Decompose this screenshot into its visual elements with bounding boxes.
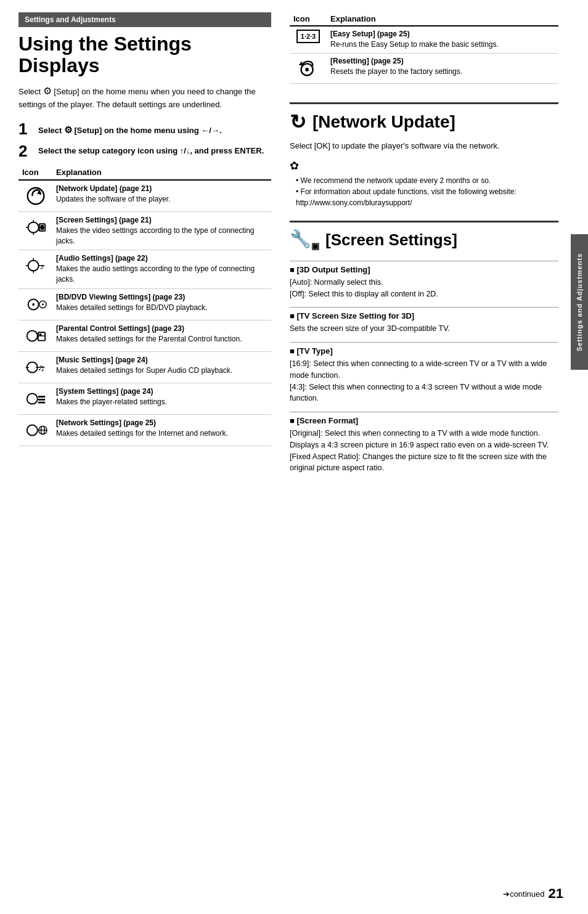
table-text-cell: [Screen Settings] (page 21)Makes the vid… [52,211,271,250]
subsection-body: [Original]: Select this when connecting … [290,428,558,474]
main-title: Using the Settings Displays [18,33,271,76]
small-table: Icon Explanation 1·2·3[Easy Setup] (page… [290,12,558,84]
svg-rect-18 [38,396,44,398]
table-icon-cell [18,180,52,212]
svg-point-26 [305,68,309,71]
table-text-cell: [Music Settings] (page 24)Makes detailed… [52,352,271,383]
small-table-row: 1·2·3[Easy Setup] (page 25)Re-runs the E… [290,26,558,53]
bullet-item: For information about update functions, … [296,186,558,208]
settings-table: Icon Explanation [Network Update] (page … [18,165,271,446]
step-2-text: Select the setup category icon using ↑/↓… [38,143,264,157]
small-table-row: [Resetting] (page 25)Resets the player t… [290,53,558,83]
network-update-body: Select [OK] to update the player's softw… [290,140,558,152]
left-column: Settings and Adjustments Using the Setti… [0,12,284,902]
table-icon-cell [18,320,52,352]
screen-settings-icon: 🔧▣ [290,229,319,251]
table-text-cell: [Network Update] (page 21)Updates the so… [52,180,271,212]
svg-point-21 [27,425,37,436]
step-1-text: Select ⚙ [Setup] on the home menu using … [38,121,222,136]
network-update-bullets: We recommend the network update every 2 … [290,175,558,208]
table-row: [Network Settings] (page 25)Makes detail… [18,415,271,446]
table-icon-cell [18,289,52,320]
screen-subsection: [3D Output Setting][Auto]: Normally sele… [290,261,558,300]
subsection-body: [Auto]: Normally select this.[Off]: Sele… [290,277,558,300]
subsection-body: [16:9]: Select this when connecting to a… [290,358,558,404]
svg-rect-12 [38,332,44,340]
right-column: Icon Explanation 1·2·3[Easy Setup] (page… [284,12,571,902]
svg-rect-19 [38,399,44,401]
subsection-body: Sets the screen size of your 3D-compatib… [290,323,558,335]
network-update-icon: ↻ [290,110,306,134]
small-table-col-explanation: Explanation [327,12,558,26]
screen-subsections: [3D Output Setting][Auto]: Normally sele… [290,261,558,474]
small-table-icon-cell [290,53,327,83]
svg-point-11 [27,331,37,341]
small-table-text-cell: [Resetting] (page 25)Resets the player t… [327,53,558,83]
section-header: Settings and Adjustments [18,12,271,27]
table-icon-cell [18,383,52,415]
table-row: [Parental Control Settings] (page 23)Mak… [18,320,271,352]
screen-subsection: [TV Screen Size Setting for 3D]Sets the … [290,307,558,335]
continued-label: ➔continued [503,889,544,899]
subsection-title: [TV Type] [290,346,558,356]
table-col-explanation: Explanation [52,165,271,180]
svg-text:♪: ♪ [39,262,44,271]
step-1-number: 1 [18,121,33,137]
screen-subsection: [Screen Format][Original]: Select this w… [290,412,558,474]
table-text-cell: [Parental Control Settings] (page 23)Mak… [52,320,271,352]
svg-rect-20 [38,402,44,404]
svg-point-5 [28,261,38,271]
table-row: [System Settings] (page 24)Makes the pla… [18,383,271,415]
step-1: 1 Select ⚙ [Setup] on the home menu usin… [18,121,271,137]
svg-marker-1 [36,190,41,195]
subsection-title: [TV Screen Size Setting for 3D] [290,311,558,320]
subsection-title: [Screen Format] [290,416,558,425]
table-row: ♪[Audio Settings] (page 22)Makes the aud… [18,250,271,289]
svg-rect-4 [40,225,44,230]
side-tab: Settings and Adjustments [571,234,588,370]
page-number: 21 [549,886,563,902]
svg-point-2 [28,222,38,232]
table-text-cell: [BD/DVD Viewing Settings] (page 23)Makes… [52,289,271,320]
table-icon-cell: ♪ [18,250,52,289]
subsection-title: [3D Output Setting] [290,265,558,274]
tip-icon: ✿ [290,159,558,173]
section-header-label: Settings and Adjustments [25,15,116,24]
table-icon-cell [18,415,52,446]
step-2-number: 2 [18,143,33,159]
table-row: [BD/DVD Viewing Settings] (page 23)Makes… [18,289,271,320]
intro-text: Select ⚙ [Setup] on the home menu when y… [18,84,271,111]
table-row: ♫[Music Settings] (page 24)Makes detaile… [18,352,271,383]
side-tab-label: Settings and Adjustments [576,253,583,351]
svg-point-10 [41,304,43,306]
page-footer: ➔continued 21 [503,886,563,902]
table-row: [Screen Settings] (page 21)Makes the vid… [18,211,271,250]
small-table-icon-cell: 1·2·3 [290,26,327,53]
svg-text:♫: ♫ [37,362,44,373]
screen-subsection: [TV Type][16:9]: Select this when connec… [290,342,558,404]
step-2: 2 Select the setup category icon using ↑… [18,143,271,159]
table-text-cell: [Network Settings] (page 25)Makes detail… [52,415,271,446]
screen-settings-heading: [Screen Settings] [325,231,457,250]
network-update-heading: [Network Update] [312,112,455,132]
table-icon-cell: ♫ [18,352,52,383]
svg-point-17 [27,394,37,404]
table-text-cell: [System Settings] (page 24)Makes the pla… [52,383,271,415]
table-col-icon: Icon [18,165,52,180]
small-table-col-icon: Icon [290,12,327,26]
svg-point-8 [32,303,35,306]
table-row: [Network Update] (page 21)Updates the so… [18,180,271,212]
bullet-item: We recommend the network update every 2 … [296,175,558,186]
table-icon-cell [18,211,52,250]
small-table-text-cell: [Easy Setup] (page 25)Re-runs the Easy S… [327,26,558,53]
network-update-title: ↻ [Network Update] [290,102,558,134]
table-text-cell: [Audio Settings] (page 22)Makes the audi… [52,250,271,289]
screen-settings-title: 🔧▣ [Screen Settings] [290,221,558,251]
